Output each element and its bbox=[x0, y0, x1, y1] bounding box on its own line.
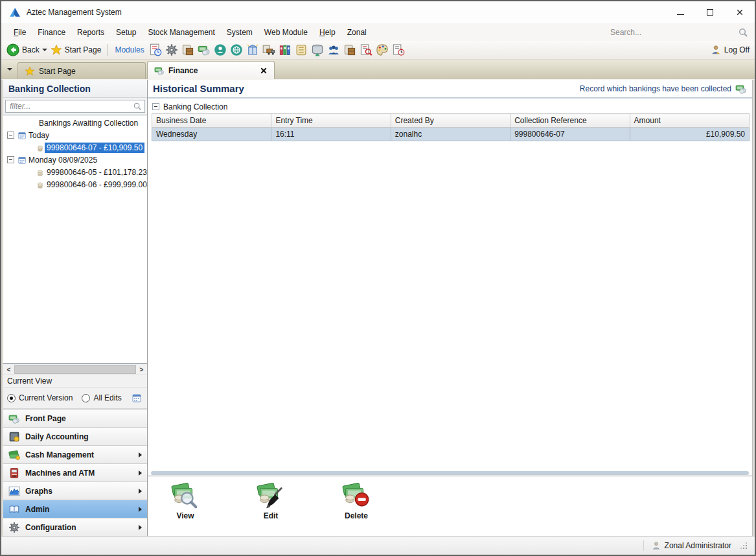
start-page-button[interactable]: Start Page bbox=[51, 44, 102, 56]
sidebar-item-label: Front Page bbox=[25, 414, 66, 423]
back-button[interactable]: Back bbox=[6, 43, 47, 56]
tree-node[interactable]: Today bbox=[3, 129, 147, 141]
menu-item-help[interactable]: Help bbox=[314, 23, 341, 41]
column-header[interactable]: Collection Reference bbox=[510, 114, 630, 128]
stock-box-icon[interactable] bbox=[343, 43, 356, 56]
menu-items: FileFinanceReportsSetupStock ManagementS… bbox=[8, 23, 372, 41]
tab-finance[interactable]: Finance bbox=[147, 61, 275, 79]
supplier-truck-icon[interactable] bbox=[262, 43, 275, 56]
column-header[interactable]: Created By bbox=[391, 114, 510, 128]
minimize-button[interactable] bbox=[665, 1, 695, 23]
column-header[interactable]: Entry Time bbox=[271, 114, 391, 128]
sidebar-item-admin[interactable]: Admin bbox=[3, 500, 147, 518]
radio-button-icon[interactable] bbox=[82, 394, 90, 402]
report-clock-icon[interactable] bbox=[149, 43, 162, 56]
sidebar-item-daily-accounting[interactable]: Daily Accounting bbox=[3, 427, 147, 445]
submenu-arrow-icon bbox=[139, 507, 142, 512]
radio-button-icon[interactable] bbox=[7, 394, 16, 402]
filter-input[interactable] bbox=[8, 101, 133, 111]
menu-item-web-module[interactable]: Web Module bbox=[258, 23, 314, 41]
sidebar-item-configuration[interactable]: Configuration bbox=[3, 518, 147, 536]
atm-icon bbox=[8, 467, 20, 479]
scroll-icon[interactable] bbox=[295, 43, 308, 56]
group-header[interactable]: Banking Collection bbox=[152, 100, 750, 113]
radio-all-edits[interactable]: All Edits bbox=[82, 393, 121, 402]
table-row[interactable]: Wednesday16:11zonalhc999800646-07£10,909… bbox=[152, 128, 750, 141]
staff-group-icon[interactable] bbox=[327, 43, 340, 56]
view-button[interactable]: View bbox=[166, 480, 205, 520]
gear-icon[interactable] bbox=[165, 43, 178, 56]
tab-start-page[interactable]: Start Page bbox=[17, 62, 146, 79]
search-input[interactable] bbox=[609, 27, 733, 38]
sidebar-item-graphs[interactable]: Graphs bbox=[3, 481, 147, 500]
table-cell[interactable]: 999800646-07 bbox=[510, 128, 630, 141]
tree-node-label[interactable]: Bankings Awaiting Collection bbox=[37, 118, 140, 128]
audit-search-icon[interactable] bbox=[360, 43, 372, 56]
menu-item-file[interactable]: File bbox=[8, 23, 32, 41]
log-off-button[interactable]: Log Off bbox=[711, 45, 750, 55]
palette-icon[interactable] bbox=[376, 43, 389, 56]
tree-node-label[interactable]: Monday 08/09/2025 bbox=[27, 155, 99, 165]
scroll-thumb[interactable] bbox=[14, 365, 136, 374]
modules-button[interactable]: Modules bbox=[115, 45, 144, 54]
tree-node-label[interactable]: Today bbox=[27, 130, 51, 141]
binders-icon[interactable] bbox=[279, 43, 292, 56]
window-controls bbox=[665, 1, 755, 23]
data-server-icon[interactable] bbox=[311, 43, 324, 56]
sidebar-item-machines-and-atm[interactable]: Machines and ATM bbox=[3, 463, 147, 481]
resize-grip[interactable] bbox=[740, 542, 747, 549]
table-cell[interactable]: 16:11 bbox=[271, 128, 391, 141]
tab-bar: Start PageFinance bbox=[1, 60, 755, 80]
banking-money-icon bbox=[735, 83, 747, 95]
collapse-group-icon[interactable] bbox=[152, 103, 159, 110]
maximize-button[interactable] bbox=[695, 1, 725, 23]
coins-icon bbox=[36, 180, 45, 189]
toolbar-module-icons bbox=[149, 43, 405, 56]
tree-node[interactable]: 999800646-06 - £999,999.00 bbox=[3, 178, 147, 191]
stock-box-icon[interactable] bbox=[181, 43, 194, 56]
expander-minus-icon[interactable] bbox=[7, 156, 14, 163]
menu-item-zonal[interactable]: Zonal bbox=[341, 23, 372, 41]
globe-badge-icon[interactable] bbox=[230, 43, 243, 56]
search-icon[interactable] bbox=[738, 27, 748, 38]
menu-item-system[interactable]: System bbox=[221, 23, 258, 41]
column-header[interactable]: Amount bbox=[630, 114, 749, 128]
tree-node[interactable]: Monday 08/09/2025 bbox=[3, 154, 147, 166]
tree-node[interactable]: Bankings Awaiting Collection bbox=[3, 117, 147, 129]
scheduled-report-icon[interactable] bbox=[392, 43, 405, 56]
radio-current-version[interactable]: Current Version bbox=[7, 393, 73, 402]
table-cell[interactable]: Wednesday bbox=[152, 128, 271, 141]
close-button[interactable] bbox=[725, 1, 755, 23]
menu-item-setup[interactable]: Setup bbox=[110, 23, 142, 41]
menu-item-stock-management[interactable]: Stock Management bbox=[142, 23, 220, 41]
product-box-icon[interactable] bbox=[246, 43, 259, 56]
tree-node-label[interactable]: 999800646-06 - £999,999.00 bbox=[45, 180, 147, 190]
menu-item-reports[interactable]: Reports bbox=[71, 23, 110, 41]
delete-button[interactable]: Delete bbox=[337, 480, 376, 520]
tree-node[interactable]: 999800646-07 - £10,909.50 bbox=[3, 141, 147, 154]
splitter-handle[interactable] bbox=[151, 471, 749, 475]
calendar-button-icon[interactable] bbox=[132, 393, 142, 403]
column-header[interactable]: Business Date bbox=[152, 114, 271, 128]
scroll-left-icon[interactable]: < bbox=[3, 364, 14, 375]
table-cell[interactable]: £10,909.50 bbox=[630, 128, 749, 141]
tree-node-label[interactable]: 999800646-05 - £101,178.23 bbox=[45, 167, 147, 178]
tree-horizontal-scrollbar[interactable]: < > bbox=[3, 364, 147, 375]
money-icon[interactable] bbox=[198, 43, 211, 56]
scroll-right-icon[interactable]: > bbox=[136, 364, 147, 375]
filter-search-icon[interactable] bbox=[133, 102, 142, 111]
toolbar-separator bbox=[107, 44, 108, 56]
sidebar-item-front-page[interactable]: Front Page bbox=[3, 409, 147, 427]
sidebar-item-cash-management[interactable]: Cash Management bbox=[3, 445, 147, 463]
edit-button[interactable]: Edit bbox=[251, 480, 290, 520]
tab-list-dropdown-button[interactable] bbox=[4, 63, 16, 76]
tree-node-label[interactable]: 999800646-07 - £10,909.50 bbox=[45, 143, 144, 153]
tree-node[interactable]: 999800646-05 - £101,178.23 bbox=[3, 166, 147, 178]
search-box[interactable] bbox=[609, 27, 748, 38]
back-dropdown-icon[interactable] bbox=[42, 49, 47, 51]
person-badge-icon[interactable] bbox=[214, 43, 227, 56]
table-cell[interactable]: zonalhc bbox=[391, 128, 510, 141]
tab-close-icon[interactable] bbox=[260, 67, 268, 75]
expander-minus-icon[interactable] bbox=[7, 132, 14, 139]
menu-item-finance[interactable]: Finance bbox=[32, 23, 71, 41]
